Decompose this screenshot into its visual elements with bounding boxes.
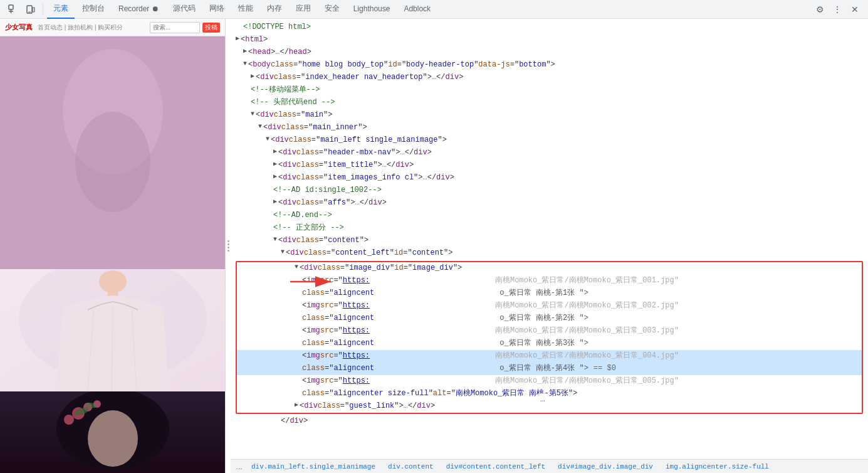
img-row-3b: class="aligncent o_紫日常 南桃-第3张 "> <box>237 337 862 350</box>
svg-point-25 <box>50 171 63 181</box>
div-affs-line[interactable]: ▶ <div class="affs"> …</div> <box>231 197 868 210</box>
tab-security[interactable]: 安全 <box>318 0 346 19</box>
div-content-line[interactable]: ▼ <div class="content"> <box>231 235 868 247</box>
tab-recorder[interactable]: Recorder ⏺ <box>112 0 165 19</box>
svg-point-36 <box>88 410 138 467</box>
expand-body[interactable]: ▼ <box>243 59 247 69</box>
div-item-images-line[interactable]: ▶ <div class="item_images_info cl"> …</d… <box>231 172 868 184</box>
svg-rect-10 <box>125 130 135 269</box>
submit-button[interactable]: 投稿 <box>202 23 220 33</box>
svg-point-14 <box>92 50 102 60</box>
webpage-topbar: 少女写真 首页动态 | 旅拍机构 | 购买积分 投稿 <box>0 19 225 36</box>
html-tag-line[interactable]: ▶ <html> <box>231 34 868 46</box>
red-box-section: ▼ <div class="image_div" id="image_div">… <box>231 261 868 414</box>
img-row-2[interactable]: <img src="https: 南桃Momoko_紫日常/南桃Momoko_紫… <box>237 300 862 312</box>
div-item-title-line[interactable]: ▶ <div class="item_title"> …</div> <box>231 159 868 172</box>
svg-rect-6 <box>0 36 225 269</box>
svg-point-12 <box>85 43 135 99</box>
more-options-icon[interactable]: ⋮ <box>829 1 845 18</box>
closing-div-line: </div> <box>231 415 868 428</box>
img-row-1b: class="aligncent o_紫日常 南桃-第1张 "> <box>237 287 862 300</box>
photo-3 <box>0 391 225 473</box>
doctype-text: <!DOCTYPE html> <box>243 21 311 33</box>
tab-lighthouse[interactable]: Lighthouse <box>347 0 397 19</box>
breadcrumb-main-left[interactable]: div.main_left.single_mianimage <box>248 462 379 472</box>
div-main-line[interactable]: ▼ <div class="main"> <box>231 109 868 122</box>
body-tag-line[interactable]: ▼ <body class="home blog body_top" id="b… <box>231 59 868 72</box>
svg-point-13 <box>88 52 132 102</box>
site-nav: 首页动态 | 旅拍机构 | 购买积分 <box>38 23 123 32</box>
comment-ad-end-line: <!--AD.end--> <box>231 210 868 222</box>
devtools-toolbar: 元素 控制台 Recorder ⏺ 源代码 网络 性能 内存 应用 安全 Lig… <box>0 0 868 19</box>
img-row-1[interactable]: <img src="https: 南桃Momoko_紫日常/南桃Momoko_紫… <box>237 275 862 287</box>
expand-html[interactable]: ▶ <box>236 34 239 44</box>
toolbar-divider-1 <box>43 4 43 15</box>
breadcrumb-content[interactable]: div.content <box>384 462 437 472</box>
inspect-icon[interactable] <box>5 1 21 18</box>
breadcrumb-dots: … <box>236 463 243 470</box>
svg-point-7 <box>0 36 56 137</box>
comment-ad-line: <!--AD id:single_1002--> <box>231 184 868 197</box>
svg-rect-0 <box>9 5 13 9</box>
photo-2 <box>0 269 225 391</box>
line-options-dots[interactable]: … <box>538 393 548 407</box>
resize-handle[interactable] <box>226 19 231 473</box>
tab-application[interactable]: 应用 <box>290 0 317 19</box>
svg-rect-23 <box>102 117 104 136</box>
head-tag-line[interactable]: ▶ <head>…</head> <box>231 46 868 59</box>
svg-rect-4 <box>33 8 34 12</box>
svg-point-18 <box>92 76 127 116</box>
tab-memory[interactable]: 内存 <box>261 0 288 19</box>
div-index-header-line[interactable]: ▶ <div class="index_header nav_headertop… <box>231 72 868 84</box>
expand-div-index[interactable]: ▶ <box>251 72 254 82</box>
svg-point-19 <box>100 91 106 95</box>
tab-network[interactable]: 网络 <box>203 0 231 19</box>
img-row-3[interactable]: <img src="https: 南桃Momoko_紫日常/南桃Momoko_紫… <box>237 325 862 337</box>
div-content-left-line[interactable]: ▼ <div class="content_left" id="content"… <box>231 247 868 260</box>
site-logo: 少女写真 <box>5 23 33 32</box>
main-area: 少女写真 首页动态 | 旅拍机构 | 购买积分 投稿 <box>0 19 868 473</box>
comment-mobile-line: <!--移动端菜单--> <box>231 84 868 97</box>
webpage-preview: 少女写真 首页动态 | 旅拍机构 | 购买积分 投稿 <box>0 19 226 473</box>
svg-rect-22 <box>105 113 114 125</box>
comment-main-content-line: <!-- 正文部分 --> <box>231 222 868 235</box>
svg-point-15 <box>87 56 95 64</box>
close-icon[interactable]: ✕ <box>847 1 863 18</box>
svg-point-17 <box>118 50 127 58</box>
settings-icon[interactable]: ⚙ <box>812 1 828 18</box>
svg-rect-9 <box>38 162 50 269</box>
svg-point-21 <box>105 102 115 107</box>
device-icon[interactable] <box>23 1 39 18</box>
search-input[interactable] <box>150 22 200 33</box>
svg-rect-24 <box>112 117 115 136</box>
div-image-div-line[interactable]: ▼ <div class="image_div" id="image_div"> <box>237 262 862 275</box>
devtools-panel: <!DOCTYPE html> ▶ <html> ▶ <head>…</head… <box>231 19 868 473</box>
svg-point-20 <box>113 91 120 95</box>
red-box: ▼ <div class="image_div" id="image_div">… <box>236 261 863 414</box>
photo-1 <box>0 36 225 269</box>
svg-point-16 <box>100 47 107 53</box>
svg-rect-11 <box>34 159 141 164</box>
comment-header-end-line: <!-- 头部代码end --> <box>231 97 868 109</box>
tab-sources[interactable]: 源代码 <box>167 0 202 19</box>
div-main-left-line[interactable]: ▼ <div class="main_left single_mianimage… <box>231 134 868 147</box>
svg-point-39 <box>64 415 74 425</box>
breadcrumb-image-div[interactable]: div#image_div.image_div <box>554 462 657 472</box>
tab-console[interactable]: 控制台 <box>76 0 111 19</box>
expand-head[interactable]: ▶ <box>243 46 247 56</box>
img-row-5b: class="aligncenter size-full" alt="南桃Mom… <box>237 388 862 400</box>
div-header-mbx-line[interactable]: ▶ <div class="header-mbx-nav"> …</div> <box>231 147 868 159</box>
div-guest-link-line[interactable]: ▶ <div class="guest_link"> …</div> <box>237 400 862 413</box>
img-row-2b: class="aligncent o_紫日常 南桃-第2张 "> <box>237 312 862 325</box>
tab-elements[interactable]: 元素 <box>47 0 75 19</box>
elements-content[interactable]: <!DOCTYPE html> ▶ <html> ▶ <head>…</head… <box>231 19 868 459</box>
doctype-line: <!DOCTYPE html> <box>231 21 868 34</box>
div-main-inner-line[interactable]: ▼ <div class="main_inner"> <box>231 122 868 134</box>
tab-adblock[interactable]: Adblock <box>397 0 437 19</box>
breadcrumb-img[interactable]: img.aligncenter.size-full <box>662 462 773 472</box>
tab-performance[interactable]: 性能 <box>232 0 259 19</box>
breadcrumb-content-left[interactable]: div#content.content_left <box>442 462 549 472</box>
img-row-5[interactable]: <img src="https: 南桃Momoko_紫日常/南桃Momoko_紫… <box>237 375 862 388</box>
svg-point-8 <box>182 36 225 118</box>
img-row-4[interactable]: <img src="https: 南桃Momoko_紫日常/南桃Momoko_紫… <box>237 350 862 363</box>
